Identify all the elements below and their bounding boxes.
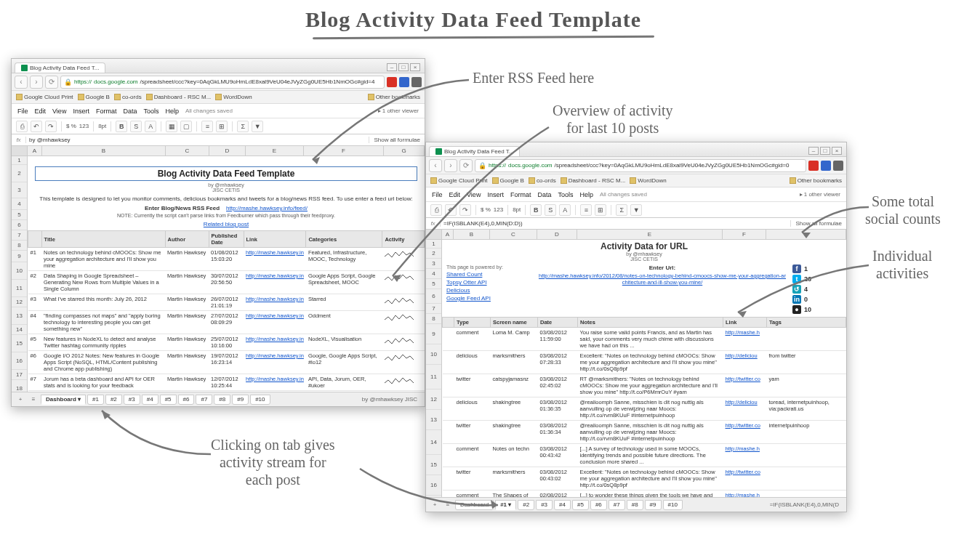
- menu-data[interactable]: Data: [123, 108, 137, 115]
- close-icon[interactable]: ×: [410, 63, 420, 71]
- select-all-corner[interactable]: [12, 146, 28, 156]
- ext-icon-gmail[interactable]: [808, 161, 819, 171]
- sheet-tab[interactable]: #4: [554, 500, 571, 510]
- posts-col-header[interactable]: Author: [165, 231, 209, 248]
- menu-help[interactable]: Help: [165, 108, 179, 115]
- chrome-menu-icon[interactable]: [833, 161, 843, 171]
- sheet-tab[interactable]: Dashboard ▾: [41, 395, 86, 405]
- col-header-b[interactable]: B: [42, 146, 166, 156]
- activity-row[interactable]: comment Loma M. Camp 03/08/2012 11:59:00…: [443, 328, 846, 351]
- font-size[interactable]: 8pt: [513, 206, 521, 213]
- row-header[interactable]: 8: [12, 241, 27, 251]
- bookmark-item[interactable]: Google B: [78, 94, 110, 100]
- activity-row[interactable]: twitter catspyjamasnz 03/08/2012 02:45:0…: [443, 374, 846, 397]
- posts-col-header[interactable]: Categories: [306, 231, 382, 248]
- activity-row[interactable]: twitter marksmithers 03/08/2012 00:43:02…: [443, 467, 846, 490]
- align-icon[interactable]: ≡: [201, 121, 213, 132]
- sheet-tab[interactable]: #2: [518, 500, 534, 510]
- sheet-tab[interactable]: #6: [178, 395, 195, 405]
- add-sheet-button[interactable]: +: [429, 500, 441, 510]
- sheet-tab[interactable]: #8: [627, 500, 643, 510]
- activity-col-header[interactable]: [443, 318, 454, 328]
- font-size[interactable]: 8pt: [98, 123, 106, 129]
- strike-icon[interactable]: S: [130, 121, 142, 132]
- select-all-corner[interactable]: [426, 230, 442, 239]
- powered-link[interactable]: Shared Count: [446, 271, 482, 278]
- post-link[interactable]: http://mashe.hawksey.in: [244, 351, 306, 374]
- chrome-menu-icon[interactable]: [411, 77, 422, 87]
- menu-data[interactable]: Data: [537, 191, 551, 198]
- activity-col-header[interactable]: Screen name: [491, 318, 538, 328]
- bookmark-item[interactable]: co-ords: [114, 94, 142, 100]
- row-header[interactable]: 1: [426, 240, 441, 249]
- bookmark-item[interactable]: co-ords: [529, 177, 556, 184]
- formula-content[interactable]: =IF(ISBLANK(E4),0,MIN(D:D)): [441, 220, 790, 227]
- post-row[interactable]: #3 What I've starred this month: July 26…: [28, 294, 425, 311]
- row-header[interactable]: 6: [426, 289, 441, 304]
- row-header[interactable]: 14: [12, 325, 27, 335]
- row-header[interactable]: 17: [12, 370, 27, 380]
- row-header[interactable]: 15: [12, 335, 27, 352]
- undo-icon[interactable]: ↶: [31, 121, 42, 132]
- merge-icon[interactable]: ⊞: [595, 204, 606, 216]
- col-header-d[interactable]: D: [209, 146, 246, 156]
- post-link[interactable]: http://mashe.hawksey.in: [244, 271, 306, 294]
- activity-link[interactable]: http://mashe.h: [723, 490, 767, 498]
- sheet-tab[interactable]: #5: [160, 395, 177, 405]
- menu-edit[interactable]: Edit: [449, 191, 461, 198]
- sheet-tab[interactable]: #7: [609, 500, 625, 510]
- ext-icon-diigo[interactable]: [399, 77, 409, 87]
- filter-icon[interactable]: ▼: [630, 204, 642, 216]
- sheet-tab[interactable]: #1: [87, 395, 104, 405]
- post-row[interactable]: #6 Google I/O 2012 Notes: New features i…: [28, 351, 425, 374]
- col-header-g[interactable]: G: [766, 230, 846, 239]
- ext-icon-diigo[interactable]: [821, 161, 831, 171]
- row-header[interactable]: 15: [426, 455, 441, 475]
- col-header-c[interactable]: C: [490, 230, 537, 239]
- activity-col-header[interactable]: Notes: [578, 318, 723, 328]
- menu-edit[interactable]: Edit: [35, 108, 47, 115]
- bookmark-item[interactable]: Dashboard - RSC M...: [561, 177, 626, 184]
- row-header[interactable]: 12: [426, 389, 441, 410]
- row-header[interactable]: 18: [12, 380, 27, 392]
- posts-col-header[interactable]: Title: [41, 231, 165, 248]
- menu-help[interactable]: Help: [579, 191, 593, 198]
- bookmark-item[interactable]: WordDown: [630, 177, 666, 184]
- reload-button[interactable]: ⟳: [459, 159, 473, 172]
- col-header-e[interactable]: E: [246, 146, 304, 156]
- currency-format[interactable]: $ %: [66, 123, 76, 129]
- formula-content[interactable]: by @mhawksey: [26, 137, 369, 143]
- col-header-a[interactable]: A: [28, 146, 42, 156]
- col-header-e[interactable]: E: [577, 230, 723, 239]
- row-header[interactable]: 17: [426, 496, 441, 497]
- text-color-icon[interactable]: A: [559, 204, 571, 216]
- redo-icon[interactable]: ↷: [45, 121, 57, 132]
- sheet-tab[interactable]: #3: [536, 500, 553, 510]
- filter-icon[interactable]: ▼: [252, 121, 263, 132]
- post-link[interactable]: http://mashe.hawksey.in: [244, 294, 306, 311]
- menu-insert[interactable]: Insert: [73, 108, 89, 115]
- maximize-icon[interactable]: □: [398, 63, 409, 71]
- show-formulae-link[interactable]: Show all formulae: [790, 220, 846, 227]
- powered-link[interactable]: Google Feed API: [446, 295, 491, 302]
- currency-format[interactable]: $ %: [481, 206, 491, 213]
- all-sheets-button[interactable]: ≡: [442, 500, 454, 510]
- cells-area[interactable]: Blog Activity Data Feed Template by @mha…: [28, 156, 425, 392]
- post-row[interactable]: #8 Quick play with carrot2 for clusterin…: [28, 391, 425, 392]
- row-header[interactable]: 13: [426, 410, 441, 430]
- row-header[interactable]: 11: [426, 365, 441, 389]
- print-icon[interactable]: ⎙: [430, 204, 442, 216]
- print-icon[interactable]: ⎙: [16, 121, 28, 132]
- posts-col-header[interactable]: [28, 231, 42, 248]
- sheet-tab[interactable]: Dashboard: [455, 500, 494, 510]
- bold-icon[interactable]: B: [116, 121, 127, 132]
- back-button[interactable]: ‹: [15, 76, 28, 89]
- activity-col-header[interactable]: Tags: [767, 318, 846, 328]
- activity-link[interactable]: http://deliciou: [723, 351, 767, 374]
- row-header[interactable]: 16: [12, 352, 27, 370]
- activity-row[interactable]: comment The Shapes of 02/08/2012 23:51:2…: [443, 490, 846, 498]
- sheet-tab[interactable]: #10: [250, 395, 270, 405]
- menu-insert[interactable]: Insert: [487, 191, 504, 198]
- row-header[interactable]: 3: [426, 259, 441, 269]
- posts-col-header[interactable]: Published Date: [209, 231, 244, 248]
